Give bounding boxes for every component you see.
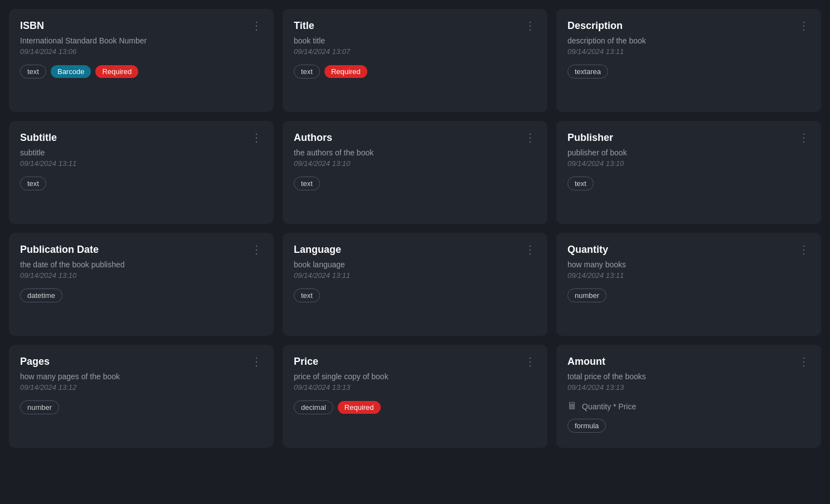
card-publisher-description: publisher of book	[567, 148, 810, 157]
badge-formula: formula	[567, 419, 606, 433]
card-title-header: Title⋮	[294, 20, 536, 32]
card-amount: Amount⋮total price of the books09/14/202…	[556, 345, 821, 448]
card-pages-footer: number	[20, 400, 263, 414]
card-authors-footer: text	[294, 177, 536, 190]
card-subtitle-date: 09/14/2024 13:11	[20, 159, 263, 168]
badge-text: text	[294, 288, 320, 302]
card-isbn-description: International Standard Book Number	[20, 36, 263, 45]
card-subtitle: Subtitle⋮subtitle09/14/2024 13:11text	[9, 121, 274, 224]
card-description-date: 09/14/2024 13:11	[567, 47, 810, 56]
card-quantity-more-button[interactable]: ⋮	[798, 244, 810, 255]
card-language: Language⋮book language09/14/2024 13:11te…	[283, 233, 547, 336]
card-subtitle-header: Subtitle⋮	[20, 132, 263, 144]
card-isbn-header: ISBN⋮	[20, 20, 263, 32]
card-isbn-title: ISBN	[20, 20, 44, 32]
card-price-footer: decimalRequired	[294, 400, 536, 414]
card-description-title: Description	[567, 20, 623, 32]
card-amount-description: total price of the books	[567, 372, 810, 381]
card-publisher: Publisher⋮publisher of book09/14/2024 13…	[556, 121, 821, 224]
card-amount-formula-text: Quantity * Price	[582, 402, 636, 411]
card-title-title: Title	[294, 20, 314, 32]
card-amount-header: Amount⋮	[567, 356, 810, 368]
badge-required: Required	[338, 401, 381, 414]
card-description-header: Description⋮	[567, 20, 810, 32]
formula-icon: 🖩	[567, 400, 577, 412]
card-language-header: Language⋮	[294, 244, 536, 256]
card-publisher-title: Publisher	[567, 132, 613, 144]
card-description-description: description of the book	[567, 36, 810, 45]
card-publisher-date: 09/14/2024 13:10	[567, 159, 810, 168]
card-pages-date: 09/14/2024 13:12	[20, 383, 263, 392]
card-description-footer: textarea	[567, 65, 810, 79]
card-quantity: Quantity⋮how many books09/14/2024 13:11n…	[556, 233, 821, 336]
card-subtitle-title: Subtitle	[20, 132, 57, 144]
card-authors-more-button[interactable]: ⋮	[525, 132, 536, 143]
badge-text: text	[567, 177, 594, 190]
card-authors-header: Authors⋮	[294, 132, 536, 144]
badge-decimal: decimal	[294, 400, 333, 414]
card-language-date: 09/14/2024 13:11	[294, 271, 536, 280]
card-language-more-button[interactable]: ⋮	[525, 244, 536, 255]
badge-barcode: Barcode	[51, 65, 91, 78]
badge-number: number	[567, 288, 606, 302]
card-description-more-button[interactable]: ⋮	[798, 20, 810, 31]
card-publisher-more-button[interactable]: ⋮	[798, 132, 810, 143]
card-amount-date: 09/14/2024 13:13	[567, 383, 810, 392]
card-amount-formula-row: 🖩Quantity * Price	[567, 400, 810, 412]
badge-text: text	[294, 177, 320, 190]
card-publisher-footer: text	[567, 177, 810, 190]
card-title-description: book title	[294, 36, 536, 45]
card-subtitle-more-button[interactable]: ⋮	[251, 132, 263, 143]
card-pages: Pages⋮how many pages of the book09/14/20…	[9, 345, 274, 448]
card-publication-date: Publication Date⋮the date of the book pu…	[9, 233, 274, 336]
card-title-more-button[interactable]: ⋮	[525, 20, 536, 31]
card-price-more-button[interactable]: ⋮	[525, 356, 536, 367]
card-publisher-header: Publisher⋮	[567, 132, 810, 144]
card-subtitle-footer: text	[20, 177, 263, 190]
card-authors: Authors⋮the authors of the book09/14/202…	[283, 121, 547, 224]
card-price-date: 09/14/2024 13:13	[294, 383, 536, 392]
badge-datetime: datetime	[20, 288, 62, 302]
card-pages-title: Pages	[20, 356, 50, 368]
card-authors-title: Authors	[294, 132, 332, 144]
card-quantity-date: 09/14/2024 13:11	[567, 271, 810, 280]
badge-text: text	[20, 177, 46, 190]
card-pages-more-button[interactable]: ⋮	[251, 356, 263, 367]
card-language-footer: text	[294, 288, 536, 302]
card-price: Price⋮price of single copy of book09/14/…	[283, 345, 547, 448]
card-authors-description: the authors of the book	[294, 148, 536, 157]
card-price-description: price of single copy of book	[294, 372, 536, 381]
card-publication-date-footer: datetime	[20, 288, 263, 302]
card-language-description: book language	[294, 260, 536, 269]
card-price-header: Price⋮	[294, 356, 536, 368]
card-quantity-header: Quantity⋮	[567, 244, 810, 256]
card-pages-header: Pages⋮	[20, 356, 263, 368]
card-isbn-more-button[interactable]: ⋮	[251, 20, 263, 31]
card-title-date: 09/14/2024 13:07	[294, 47, 536, 56]
badge-required: Required	[95, 65, 138, 78]
card-price-title: Price	[294, 356, 318, 368]
card-publication-date-title: Publication Date	[20, 244, 99, 256]
card-amount-title: Amount	[567, 356, 605, 368]
card-subtitle-description: subtitle	[20, 148, 263, 157]
badge-number: number	[20, 400, 59, 414]
badge-textarea: textarea	[567, 65, 608, 79]
badge-required: Required	[324, 65, 367, 78]
card-title-footer: textRequired	[294, 65, 536, 79]
card-amount-footer: formula	[567, 419, 810, 433]
card-quantity-footer: number	[567, 288, 810, 302]
card-publication-date-more-button[interactable]: ⋮	[251, 244, 263, 255]
card-isbn: ISBN⋮International Standard Book Number0…	[9, 9, 274, 112]
card-quantity-description: how many books	[567, 260, 810, 269]
card-quantity-title: Quantity	[567, 244, 608, 256]
card-publication-date-date: 09/14/2024 13:10	[20, 271, 263, 280]
card-description: Description⋮description of the book09/14…	[556, 9, 821, 112]
card-title: Title⋮book title09/14/2024 13:07textRequ…	[283, 9, 547, 112]
card-isbn-footer: textBarcodeRequired	[20, 65, 263, 79]
card-amount-more-button[interactable]: ⋮	[798, 356, 810, 367]
card-publication-date-description: the date of the book published	[20, 260, 263, 269]
card-isbn-date: 09/14/2024 13:06	[20, 47, 263, 56]
badge-text: text	[294, 65, 320, 79]
card-publication-date-header: Publication Date⋮	[20, 244, 263, 256]
card-authors-date: 09/14/2024 13:10	[294, 159, 536, 168]
